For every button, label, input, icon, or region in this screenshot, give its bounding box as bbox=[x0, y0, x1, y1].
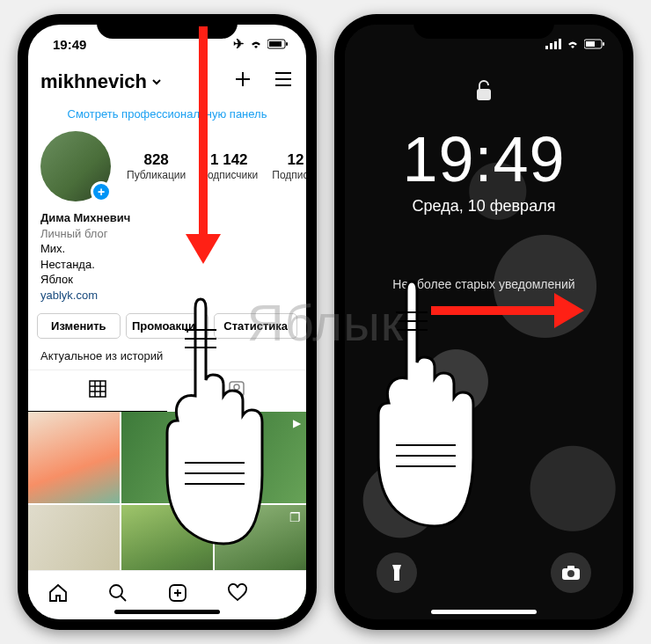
pro-dashboard-banner[interactable]: Смотреть профессиональную панель bbox=[28, 104, 306, 128]
stat-posts-value: 828 bbox=[127, 150, 186, 169]
battery-icon bbox=[584, 39, 605, 49]
notch bbox=[97, 14, 238, 39]
svg-rect-1 bbox=[286, 42, 288, 46]
wifi-icon bbox=[249, 39, 263, 49]
unlock-icon bbox=[345, 79, 623, 107]
wifi-icon bbox=[566, 39, 580, 49]
profile-header: mikhnevich bbox=[28, 63, 306, 104]
bio-website-link[interactable]: yablyk.com bbox=[40, 288, 294, 304]
svg-rect-12 bbox=[603, 42, 604, 46]
lock-bottom-actions bbox=[345, 553, 623, 593]
airplane-icon: ✈︎ bbox=[233, 36, 245, 52]
profile-row: + 828 Публикации 1 142 Подписчики 12 Под… bbox=[28, 128, 306, 210]
stat-followers-value: 1 142 bbox=[200, 150, 258, 169]
lock-date: Среда, 10 февраля bbox=[345, 197, 623, 216]
carousel-indicator-icon: ❐ bbox=[289, 510, 301, 524]
svg-point-16 bbox=[567, 570, 574, 577]
svg-point-4 bbox=[234, 384, 239, 390]
promotions-button[interactable]: Промоакции bbox=[126, 313, 209, 339]
flashlight-icon bbox=[389, 563, 405, 582]
post-thumbnail[interactable] bbox=[28, 412, 120, 503]
cellular-icon bbox=[545, 39, 561, 49]
stat-following[interactable]: 12 Подписки bbox=[272, 150, 306, 182]
stat-following-value: 12 bbox=[272, 150, 306, 169]
svg-rect-10 bbox=[559, 39, 561, 49]
create-post-button[interactable] bbox=[232, 69, 253, 95]
bio-line: Яблок bbox=[40, 272, 294, 288]
stat-posts-label: Публикации bbox=[127, 169, 186, 182]
grid-icon bbox=[88, 379, 107, 399]
home-indicator[interactable] bbox=[114, 610, 220, 614]
tab-tagged[interactable] bbox=[167, 370, 306, 412]
status-right bbox=[545, 39, 605, 49]
phone-left: 19:49 ✈︎ mikhnevich bbox=[18, 14, 317, 630]
username-dropdown[interactable]: mikhnevich bbox=[40, 70, 163, 93]
lock-screen-center: 19:49 Среда, 10 февраля Нет более старых… bbox=[345, 63, 623, 291]
screen-lockscreen[interactable]: 19:49 Среда, 10 февраля Нет более старых… bbox=[345, 25, 623, 619]
plus-square-icon bbox=[167, 582, 188, 604]
profile-action-buttons: Изменить Промоакции Статистика bbox=[28, 311, 306, 349]
nav-create[interactable] bbox=[167, 582, 188, 609]
bio-name: Дима Михневич bbox=[40, 210, 294, 226]
username-text: mikhnevich bbox=[40, 70, 147, 93]
insights-button[interactable]: Статистика bbox=[214, 313, 297, 339]
svg-rect-7 bbox=[545, 46, 548, 49]
hamburger-icon bbox=[273, 70, 294, 89]
nav-home[interactable] bbox=[48, 582, 69, 609]
heart-icon bbox=[227, 582, 248, 604]
video-indicator-icon: ▶ bbox=[293, 417, 301, 429]
camera-button[interactable] bbox=[551, 553, 591, 593]
svg-rect-17 bbox=[567, 566, 574, 569]
status-right: ✈︎ bbox=[233, 36, 289, 52]
search-icon bbox=[107, 582, 128, 604]
video-indicator-icon: ▶ bbox=[200, 417, 208, 429]
plus-icon bbox=[232, 69, 253, 90]
svg-point-5 bbox=[110, 585, 122, 597]
home-indicator[interactable] bbox=[431, 610, 537, 614]
post-thumbnail[interactable]: ▶ bbox=[121, 412, 213, 503]
stat-following-label: Подписки bbox=[272, 169, 306, 182]
profile-bio: Дима Михневич Личный блог Мих. Нестанда.… bbox=[28, 210, 306, 311]
profile-tabs bbox=[28, 370, 306, 412]
bio-line: Нестанда. bbox=[40, 257, 294, 273]
profile-avatar[interactable]: + bbox=[40, 131, 111, 201]
story-highlights-title: Актуальное из историй bbox=[28, 349, 306, 370]
nav-search[interactable] bbox=[107, 582, 128, 609]
battery-icon bbox=[267, 39, 289, 49]
home-icon bbox=[48, 582, 69, 604]
flashlight-button[interactable] bbox=[377, 553, 417, 593]
svg-rect-2 bbox=[269, 41, 282, 47]
add-story-badge[interactable]: + bbox=[91, 181, 112, 202]
stat-followers-label: Подписчики bbox=[200, 169, 258, 182]
notch bbox=[413, 14, 554, 39]
chevron-down-icon bbox=[150, 76, 163, 88]
svg-rect-9 bbox=[554, 41, 557, 49]
svg-rect-13 bbox=[586, 41, 595, 47]
bio-category: Личный блог bbox=[40, 226, 294, 242]
stat-posts[interactable]: 828 Публикации bbox=[127, 150, 186, 182]
svg-rect-8 bbox=[550, 43, 552, 49]
lock-time: 19:49 bbox=[345, 123, 623, 195]
svg-rect-14 bbox=[477, 89, 491, 100]
phone-right: 19:49 Среда, 10 февраля Нет более старых… bbox=[334, 14, 633, 630]
screen-instagram: 19:49 ✈︎ mikhnevich bbox=[28, 25, 306, 619]
stat-followers[interactable]: 1 142 Подписчики bbox=[200, 150, 258, 182]
camera-icon bbox=[561, 565, 581, 581]
lock-no-notifications: Нет более старых уведомлений bbox=[345, 277, 623, 291]
edit-profile-button[interactable]: Изменить bbox=[37, 313, 121, 339]
nav-activity[interactable] bbox=[227, 582, 248, 609]
post-thumbnail[interactable]: ▶ bbox=[215, 412, 306, 503]
bio-line: Мих. bbox=[40, 241, 294, 257]
menu-button[interactable] bbox=[273, 70, 294, 94]
tagged-icon bbox=[227, 379, 246, 399]
status-time: 19:49 bbox=[53, 37, 86, 52]
carousel-indicator-icon: ❐ bbox=[196, 510, 208, 524]
tab-grid[interactable] bbox=[28, 370, 167, 412]
